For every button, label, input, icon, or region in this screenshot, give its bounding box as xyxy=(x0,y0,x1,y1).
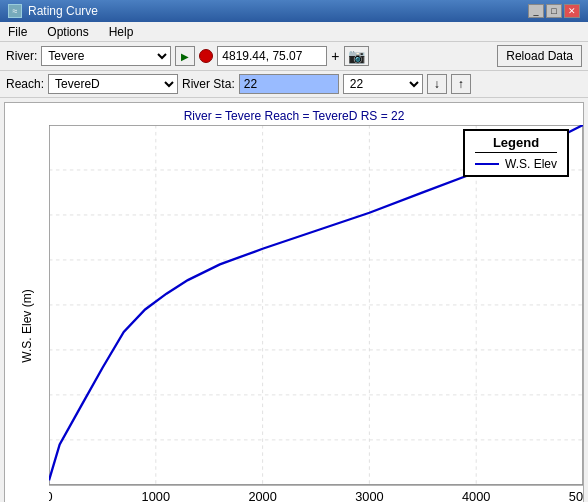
camera-button[interactable]: 📷 xyxy=(344,46,369,66)
y-axis-label: W.S. Elev (m) xyxy=(20,289,34,362)
reach-label: Reach: xyxy=(6,77,44,91)
menu-file[interactable]: File xyxy=(4,23,31,41)
menu-bar: File Options Help xyxy=(0,22,588,42)
plus-icon: + xyxy=(331,48,339,64)
legend-line-icon xyxy=(475,163,499,165)
legend-item-label: W.S. Elev xyxy=(505,157,557,171)
chart-plot: 60 62 64 66 68 70 72 74 76 0 1000 2000 3… xyxy=(49,125,583,502)
window-title: Rating Curve xyxy=(28,4,98,18)
down-arrow-button[interactable]: ↓ xyxy=(427,74,447,94)
coord-display[interactable] xyxy=(217,46,327,66)
svg-text:2000: 2000 xyxy=(248,489,276,502)
record-indicator xyxy=(199,49,213,63)
svg-text:3000: 3000 xyxy=(355,489,383,502)
up-arrow-button[interactable]: ↑ xyxy=(451,74,471,94)
riversta-label: River Sta: xyxy=(182,77,235,91)
legend-title: Legend xyxy=(475,135,557,153)
close-button[interactable]: ✕ xyxy=(564,4,580,18)
svg-text:0: 0 xyxy=(49,489,53,502)
svg-text:4000: 4000 xyxy=(462,489,490,502)
minimize-button[interactable]: _ xyxy=(528,4,544,18)
menu-options[interactable]: Options xyxy=(43,23,92,41)
reach-dropdown[interactable]: TevereD xyxy=(48,74,178,94)
svg-text:5000: 5000 xyxy=(569,489,583,502)
river-label: River: xyxy=(6,49,37,63)
maximize-button[interactable]: □ xyxy=(546,4,562,18)
riversta-input[interactable] xyxy=(239,74,339,94)
title-bar: ≈ Rating Curve _ □ ✕ xyxy=(0,0,588,22)
riversta-dropdown[interactable]: 22 xyxy=(343,74,423,94)
svg-text:1000: 1000 xyxy=(142,489,170,502)
reload-button[interactable]: Reload Data xyxy=(497,45,582,67)
play-button[interactable]: ▶ xyxy=(175,46,195,66)
river-dropdown[interactable]: Tevere xyxy=(41,46,171,66)
legend-box: Legend W.S. Elev xyxy=(463,129,569,177)
legend-item-wselev: W.S. Elev xyxy=(475,157,557,171)
chart-title: River = Tevere Reach = TevereD RS = 22 xyxy=(5,103,583,125)
menu-help[interactable]: Help xyxy=(105,23,138,41)
app-icon: ≈ xyxy=(8,4,22,18)
